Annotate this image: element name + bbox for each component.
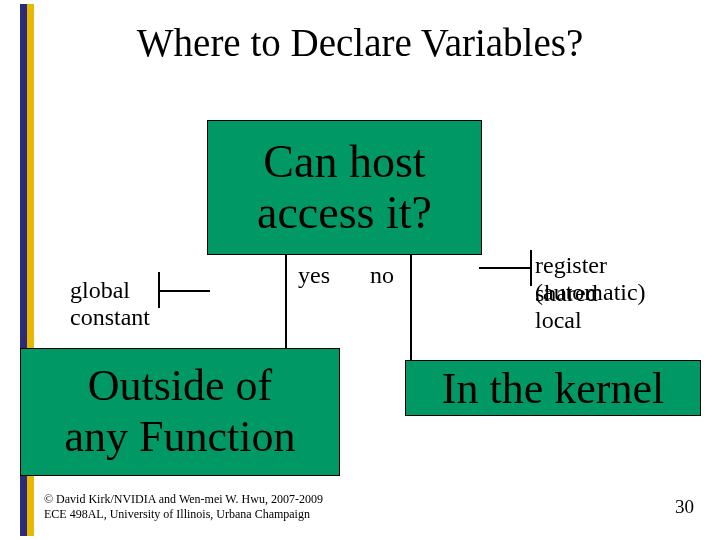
outcome-yes-box: Outside of any Function — [20, 348, 340, 476]
slide-title: Where to Declare Variables? — [0, 20, 720, 65]
footer-line1: © David Kirk/NVIDIA and Wen-mei W. Hwu, … — [44, 492, 323, 507]
outcome-no-text: In the kernel — [442, 363, 664, 414]
bracket-left-v — [158, 272, 160, 308]
edge-no-label: no — [370, 262, 394, 289]
bracket-left-h — [158, 290, 210, 292]
footer-credits: © David Kirk/NVIDIA and Wen-mei W. Hwu, … — [44, 492, 323, 522]
footer-line2: ECE 498AL, University of Illinois, Urban… — [44, 507, 323, 522]
slide-number: 30 — [675, 496, 694, 518]
outcome-no-box: In the kernel — [405, 360, 701, 416]
edge-yes-line — [285, 255, 287, 349]
label-shared: shared — [535, 280, 598, 307]
edge-yes-label: yes — [298, 262, 330, 289]
label-local: local — [535, 307, 582, 334]
decision-text-line2: access it? — [257, 188, 432, 239]
decision-text-line1: Can host — [257, 137, 432, 188]
bracket-right-v — [530, 250, 532, 286]
edge-no-line — [410, 255, 412, 360]
decision-box: Can host access it? — [207, 120, 482, 255]
bracket-right-h — [479, 267, 531, 269]
outcome-yes-line1: Outside of — [65, 361, 296, 412]
label-constant: constant — [70, 304, 150, 331]
outcome-yes-line2: any Function — [65, 412, 296, 463]
label-global: global — [70, 277, 130, 304]
